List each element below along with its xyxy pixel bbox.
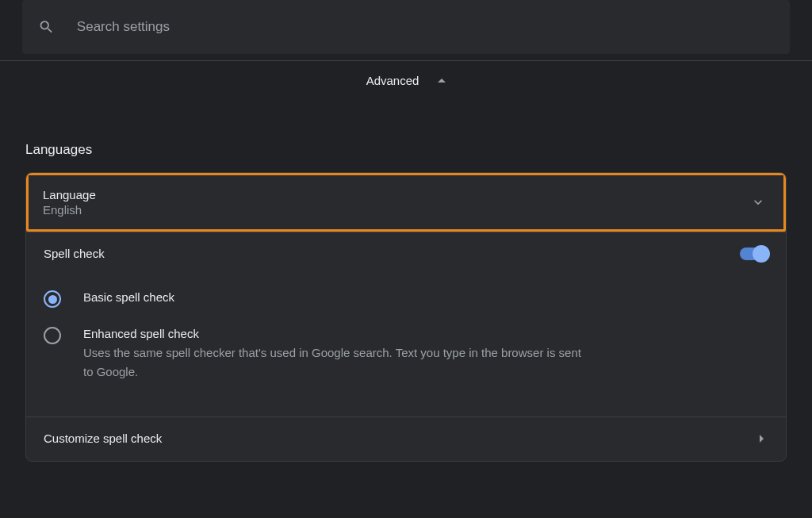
basic-spell-check-label-block: Basic spell check (83, 290, 174, 304)
basic-spell-check-option[interactable]: Basic spell check (44, 290, 768, 308)
enhanced-spell-check-label-block: Enhanced spell check Uses the same spell… (83, 327, 591, 382)
radio-inner-dot (48, 295, 57, 304)
caret-up-icon (438, 79, 446, 82)
radio-selected-icon[interactable] (44, 290, 61, 308)
languages-section-header: Languages (25, 142, 787, 158)
spell-check-label: Spell check (44, 247, 105, 260)
language-title: Language (43, 188, 96, 201)
toggle-knob (753, 245, 770, 263)
spell-check-section: Spell check Basic spell check (26, 232, 786, 416)
enhanced-spell-check-description: Uses the same spell checker that's used … (83, 343, 591, 382)
language-selector-row[interactable]: Language English (26, 173, 786, 232)
search-icon (38, 18, 55, 36)
customize-spell-check-row[interactable]: Customize spell check (26, 417, 786, 461)
language-text-block: Language English (43, 188, 96, 217)
search-bar[interactable] (22, 0, 790, 54)
spell-check-toggle[interactable] (740, 247, 768, 260)
enhanced-spell-check-label: Enhanced spell check (83, 327, 591, 340)
enhanced-spell-check-option[interactable]: Enhanced spell check Uses the same spell… (44, 327, 768, 382)
advanced-label: Advanced (366, 74, 419, 87)
spell-check-radio-group: Basic spell check Enhanced spell check U… (44, 290, 768, 382)
basic-spell-check-label: Basic spell check (83, 290, 174, 304)
language-value: English (43, 203, 96, 217)
customize-spell-check-label: Customize spell check (44, 432, 162, 445)
radio-unselected-icon[interactable] (44, 327, 61, 344)
caret-right-icon (760, 435, 764, 443)
advanced-toggle[interactable]: Advanced (0, 61, 812, 99)
chevron-down-icon (750, 194, 766, 210)
search-input[interactable] (77, 19, 774, 35)
languages-card: Language English Spell check (25, 172, 787, 462)
spell-check-header-row: Spell check (44, 247, 768, 260)
